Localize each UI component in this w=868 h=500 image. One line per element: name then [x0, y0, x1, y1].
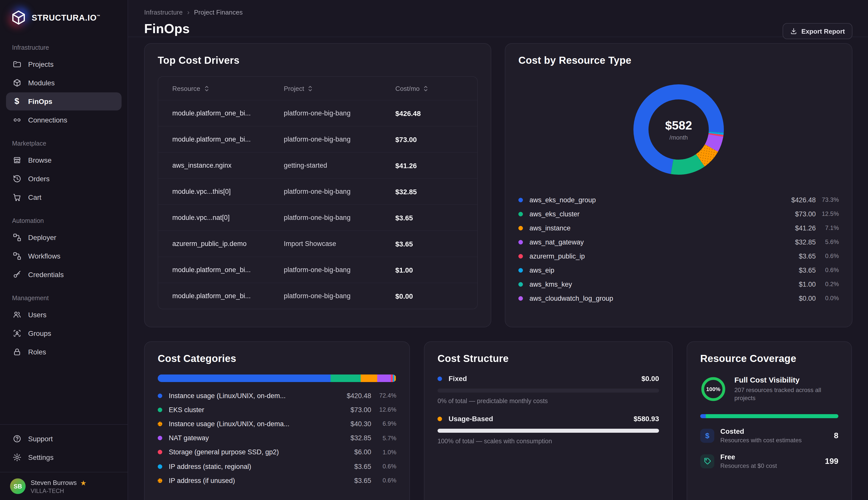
legend-dot-icon — [519, 212, 523, 216]
sidebar-item-deployer[interactable]: Deployer — [6, 228, 122, 247]
sidebar-item-groups[interactable]: Groups — [6, 324, 122, 342]
category-dot-icon — [158, 478, 162, 483]
sidebar-item-support[interactable]: Support — [6, 430, 122, 448]
sidebar-item-browse[interactable]: Browse — [6, 151, 122, 169]
card-title: Cost Structure — [437, 353, 659, 364]
coverage-ring: 100% — [700, 376, 726, 402]
legend-value: $41.26 — [776, 224, 816, 232]
category-item: Storage (general purpose SSD, gp2)$6.001… — [158, 445, 396, 459]
category-label: IP address (static, regional) — [169, 463, 251, 470]
donut-legend: aws_eks_node_group$426.4873.3%aws_eks_cl… — [519, 193, 839, 305]
resource-cell: module.vpc...nat[0] — [172, 214, 284, 221]
legend-label: aws_eks_node_group — [530, 196, 596, 204]
sidebar-item-workflows[interactable]: Workflows — [6, 247, 122, 265]
legend-dot-icon — [519, 296, 523, 300]
legend-item: aws_eks_cluster$73.0012.5% — [519, 207, 839, 221]
cost-cell: $73.00 — [395, 135, 477, 143]
sidebar-item-users[interactable]: Users — [6, 306, 122, 324]
usage-value: $580.93 — [634, 414, 659, 423]
table-row[interactable]: azurerm_public_ip.demoImport Showcase$3.… — [158, 230, 477, 257]
sidebar-item-projects[interactable]: Projects — [6, 55, 122, 73]
legend-label: aws_nat_gateway — [530, 238, 584, 246]
category-label: NAT gateway — [169, 434, 209, 442]
legend-value: $0.00 — [776, 294, 816, 302]
category-value: $3.65 — [340, 463, 371, 470]
category-item: Instance usage (Linux/UNIX, on-dema...$4… — [158, 417, 396, 431]
project-cell: platform-one-big-bang — [284, 266, 395, 274]
project-cell: platform-one-big-bang — [284, 110, 395, 117]
table-row[interactable]: module.platform_one_bi...platform-one-bi… — [158, 100, 477, 126]
sidebar-item-cart[interactable]: Cart — [6, 188, 122, 206]
cost-cell: $3.65 — [395, 240, 477, 248]
sidebar-item-connections[interactable]: Connections — [6, 111, 122, 129]
sidebar-footer: SupportSettings — [0, 424, 127, 472]
category-dot-icon — [158, 464, 162, 469]
legend-item: aws_eip$3.650.6% — [519, 263, 839, 277]
legend-item: aws_nat_gateway$32.855.6% — [519, 235, 839, 249]
free-caption: Resources at $0 cost — [720, 462, 777, 469]
table-row[interactable]: module.vpc...nat[0]platform-one-big-bang… — [158, 204, 477, 230]
dollar-badge-icon — [700, 429, 714, 443]
coverage-percent: 100% — [700, 376, 726, 402]
card-title: Top Cost Drivers — [158, 55, 478, 66]
sidebar-item-finops[interactable]: FinOps — [6, 92, 122, 111]
sidebar-item-credentials[interactable]: Credentials — [6, 265, 122, 284]
user-menu[interactable]: SB Steven Burrows VILLA-TECH — [0, 472, 127, 500]
top-cost-drivers-card: Top Cost Drivers Resource Project Cost/m… — [144, 43, 491, 327]
trademark: ™ — [97, 14, 100, 18]
category-item: IP address (if unused)$3.650.6% — [158, 474, 396, 487]
resource-cell: module.platform_one_bi... — [172, 110, 284, 117]
cost-by-resource-type-card: Cost by Resource Type — [505, 43, 853, 327]
legend-dot-icon — [519, 268, 523, 272]
legend-dot-icon — [519, 226, 523, 230]
column-header-resource[interactable]: Resource — [172, 84, 284, 92]
sidebar-item-modules[interactable]: Modules — [6, 74, 122, 92]
category-item: Instance usage (Linux/UNIX, on-dem...$42… — [158, 388, 396, 402]
resource-coverage-card: Resource Coverage 100% Full Cost Visibil… — [687, 341, 852, 500]
category-percent: 1.0% — [371, 449, 396, 456]
bar-segment — [377, 375, 391, 382]
table-row[interactable]: aws_instance.nginxgetting-started$41.26 — [158, 152, 477, 178]
bar-segment — [331, 375, 361, 382]
free-row: Free Resources at $0 cost 199 — [700, 453, 838, 469]
legend-dot-icon — [519, 254, 523, 258]
breadcrumb-infrastructure[interactable]: Infrastructure — [144, 8, 182, 16]
table-row[interactable]: module.platform_one_bi...platform-one-bi… — [158, 283, 477, 309]
legend-label: aws_instance — [530, 224, 571, 232]
sidebar-item-roles[interactable]: Roles — [6, 343, 122, 361]
fixed-cost-block: Fixed $0.00 0% of total — predictable mo… — [437, 375, 659, 405]
table-row[interactable]: module.platform_one_bi...platform-one-bi… — [158, 126, 477, 152]
legend-percent: 0.2% — [816, 281, 839, 288]
cost-cell: $41.26 — [395, 161, 477, 169]
fixed-progress-bar — [437, 388, 659, 393]
legend-percent: 0.0% — [816, 295, 839, 302]
sidebar: STRUCTURA.IO™ InfrastructureProjectsModu… — [0, 0, 128, 500]
brand-logo[interactable]: STRUCTURA.IO™ — [0, 0, 127, 31]
brand-name: STRUCTURA.IO™ — [32, 13, 100, 22]
categories-list: Instance usage (Linux/UNIX, on-dem...$42… — [158, 388, 396, 488]
bar-segment — [391, 375, 393, 382]
sort-icon — [204, 85, 209, 92]
table-row[interactable]: module.vpc...this[0]platform-one-big-ban… — [158, 178, 477, 204]
sidebar-item-orders[interactable]: Orders — [6, 170, 122, 188]
column-header-cost[interactable]: Cost/mo — [395, 84, 477, 92]
content: Top Cost Drivers Resource Project Cost/m… — [128, 37, 868, 500]
legend-percent: 7.1% — [816, 224, 839, 231]
category-percent: 72.4% — [371, 392, 396, 399]
legend-percent: 12.5% — [816, 211, 839, 217]
export-report-button[interactable]: Export Report — [783, 23, 853, 39]
project-cell: platform-one-big-bang — [284, 136, 395, 143]
legend-item: aws_instance$41.267.1% — [519, 221, 839, 235]
column-header-project[interactable]: Project — [284, 84, 395, 92]
legend-label: aws_eks_cluster — [530, 210, 580, 218]
legend-dot-icon — [519, 282, 523, 286]
category-item: NAT gateway$32.855.7% — [158, 431, 396, 445]
table-row[interactable]: module.platform_one_bi...platform-one-bi… — [158, 257, 477, 283]
category-item: IP address (static, regional)$3.650.6% — [158, 459, 396, 474]
sidebar-item-settings[interactable]: Settings — [6, 448, 122, 466]
main-area: Infrastructure Project Finances FinOps E… — [128, 0, 868, 500]
card-title: Resource Coverage — [700, 353, 838, 364]
legend-value: $3.65 — [776, 252, 816, 260]
workflow-icon — [12, 251, 22, 261]
breadcrumb-project-finances[interactable]: Project Finances — [194, 8, 243, 16]
